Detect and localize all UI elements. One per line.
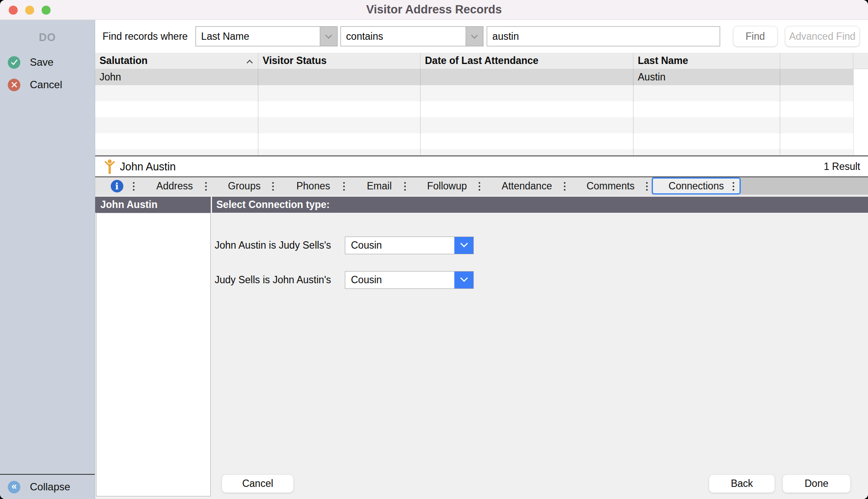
back-button[interactable]: Back <box>709 474 775 493</box>
connections-list-panel[interactable] <box>96 213 211 496</box>
tab-separator-dots <box>343 181 345 191</box>
connection-row: Judy Sells is John Austin's Cousin <box>215 271 474 289</box>
tab-strip: i Address Groups Phones Email Followup <box>95 176 868 195</box>
table-row-empty <box>95 85 868 101</box>
column-header-date-of-last-attendance[interactable]: Date of Last Attendance <box>421 53 633 69</box>
tab-separator-dots <box>404 181 406 191</box>
find-operator-select-button[interactable] <box>466 27 483 46</box>
save-button[interactable]: Save <box>0 51 95 74</box>
tab-separator-dots <box>205 181 207 191</box>
sidebar-header: DO <box>0 31 95 44</box>
info-icon: i <box>111 180 123 192</box>
titlebar: Visitor Address Records <box>0 0 868 20</box>
connection-label: Judy Sells is John Austin's <box>215 274 338 286</box>
column-header-salutation[interactable]: Salutation <box>95 53 258 69</box>
find-field-select-button[interactable] <box>320 27 337 46</box>
dropdown-button[interactable] <box>454 272 473 288</box>
advanced-find-button[interactable]: Advanced Find <box>785 26 860 47</box>
connection-label: John Austin is Judy Sells's <box>215 240 338 251</box>
main-area: Find records where Last Name contains Fi… <box>95 20 868 499</box>
connections-content: John Austin is Judy Sells's Cousin Judy … <box>95 213 868 499</box>
connection-type-dropdown[interactable]: Cousin <box>345 237 474 254</box>
traffic-lights <box>9 0 51 20</box>
cancel-button[interactable]: Cancel <box>0 74 95 96</box>
app-window: Visitor Address Records DO Save Cancel « <box>0 0 868 499</box>
record-header: John Austin 1 Result <box>95 157 868 176</box>
find-operator-selected-value: contains <box>341 27 466 46</box>
person-icon <box>104 159 116 174</box>
connection-row: John Austin is Judy Sells's Cousin <box>215 237 474 254</box>
table-row[interactable]: John Austin <box>95 69 868 85</box>
sidebar-bottom: « Collapse <box>0 474 95 499</box>
dropdown-button[interactable] <box>454 237 473 254</box>
column-header-extra <box>780 53 853 69</box>
collapse-label: Collapse <box>30 481 70 493</box>
connections-cancel-button[interactable]: Cancel <box>222 474 294 493</box>
tab-info[interactable]: i <box>95 177 138 195</box>
tab-email[interactable]: Email <box>349 177 410 195</box>
chevron-down-icon <box>325 32 332 38</box>
tab-separator-dots <box>733 181 734 191</box>
sidebar: DO Save Cancel « Collapse <box>0 20 95 499</box>
save-label: Save <box>30 56 54 68</box>
tab-followup[interactable]: Followup <box>410 177 484 195</box>
results-table-header: Salutation Visitor Status Date of Last A… <box>95 53 868 69</box>
cell-salutation: John <box>95 69 258 85</box>
chevron-down-icon <box>460 240 468 247</box>
find-operator-select[interactable]: contains <box>341 26 483 46</box>
table-scroll-gutter[interactable] <box>853 69 868 85</box>
collapse-icon: « <box>8 481 20 493</box>
tab-groups[interactable]: Groups <box>211 177 278 195</box>
cell-last-name: Austin <box>633 69 780 85</box>
tab-connections-selected[interactable]: Connections <box>652 177 741 195</box>
table-row-empty <box>95 101 868 117</box>
search-input[interactable] <box>487 26 720 46</box>
cancel-label: Cancel <box>30 79 62 91</box>
check-icon <box>8 56 20 69</box>
table-row-empty <box>95 133 868 149</box>
table-row-empty <box>95 117 868 133</box>
tab-address[interactable]: Address <box>138 177 211 195</box>
window-title: Visitor Address Records <box>366 3 502 16</box>
find-field-select[interactable]: Last Name <box>196 26 338 46</box>
tab-separator-dots <box>272 181 274 191</box>
tab-attendance[interactable]: Attendance <box>484 177 569 195</box>
collapse-button[interactable]: « Collapse <box>0 475 95 499</box>
tab-separator-dots <box>133 181 135 191</box>
section-headers: John Austin Select Connection type: <box>95 197 868 213</box>
find-button[interactable]: Find <box>733 26 778 47</box>
sort-ascending-icon <box>247 60 253 66</box>
connection-type-header: Select Connection type: <box>212 197 868 213</box>
tab-separator-dots <box>646 181 648 191</box>
zoom-window-button[interactable] <box>42 6 51 15</box>
column-header-last-name[interactable]: Last Name <box>633 53 780 69</box>
table-scroll-gutter <box>853 53 868 69</box>
tab-separator-dots <box>479 181 480 191</box>
find-bar: Find records where Last Name contains Fi… <box>95 20 868 53</box>
close-window-button[interactable] <box>9 6 18 15</box>
cell-extra <box>780 69 853 85</box>
tab-separator-dots <box>564 181 566 191</box>
connection-type-dropdown[interactable]: Cousin <box>345 271 474 289</box>
done-button[interactable]: Done <box>782 474 851 493</box>
record-name: John Austin <box>120 160 176 173</box>
cell-date-of-last-attendance <box>421 69 633 85</box>
column-header-visitor-status[interactable]: Visitor Status <box>258 53 421 69</box>
result-count: 1 Result <box>824 161 860 173</box>
results-table: Salutation Visitor Status Date of Last A… <box>95 53 868 157</box>
connections-panel-header: John Austin <box>95 197 211 213</box>
connection-type-value: Cousin <box>345 272 454 288</box>
chevron-down-icon <box>460 274 468 282</box>
minimize-window-button[interactable] <box>25 6 34 15</box>
connection-type-value: Cousin <box>345 237 454 254</box>
tab-comments[interactable]: Comments <box>569 177 652 195</box>
tab-strip-filler <box>741 177 868 195</box>
find-field-selected-value: Last Name <box>196 27 320 46</box>
x-icon <box>8 79 20 91</box>
find-bar-label: Find records where <box>103 31 188 42</box>
cell-visitor-status <box>258 69 421 85</box>
chevron-down-icon <box>471 32 478 38</box>
tab-phones[interactable]: Phones <box>278 177 349 195</box>
